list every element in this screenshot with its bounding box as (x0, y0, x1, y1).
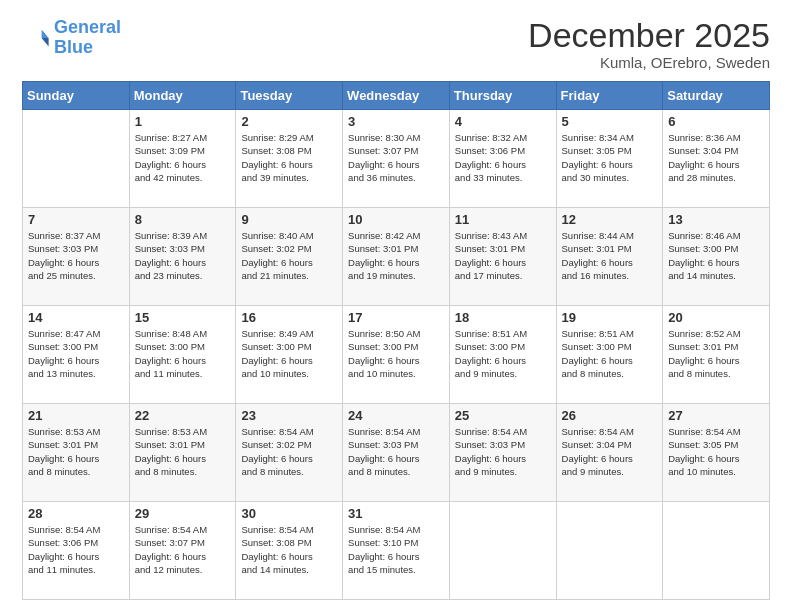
cell-sun-info: Sunrise: 8:54 AM Sunset: 3:03 PM Dayligh… (348, 425, 444, 478)
location: Kumla, OErebro, Sweden (528, 54, 770, 71)
cell-sun-info: Sunrise: 8:54 AM Sunset: 3:05 PM Dayligh… (668, 425, 764, 478)
cell-sun-info: Sunrise: 8:29 AM Sunset: 3:08 PM Dayligh… (241, 131, 337, 184)
calendar-week-5: 28Sunrise: 8:54 AM Sunset: 3:06 PM Dayli… (23, 502, 770, 600)
logo-text: General Blue (54, 18, 121, 58)
day-number: 19 (562, 310, 658, 325)
calendar-cell: 29Sunrise: 8:54 AM Sunset: 3:07 PM Dayli… (129, 502, 236, 600)
day-number: 15 (135, 310, 231, 325)
weekday-header-wednesday: Wednesday (343, 82, 450, 110)
cell-sun-info: Sunrise: 8:54 AM Sunset: 3:03 PM Dayligh… (455, 425, 551, 478)
cell-sun-info: Sunrise: 8:49 AM Sunset: 3:00 PM Dayligh… (241, 327, 337, 380)
header: General Blue December 2025 Kumla, OErebr… (22, 18, 770, 71)
cell-sun-info: Sunrise: 8:52 AM Sunset: 3:01 PM Dayligh… (668, 327, 764, 380)
calendar-cell: 8Sunrise: 8:39 AM Sunset: 3:03 PM Daylig… (129, 208, 236, 306)
weekday-header-thursday: Thursday (449, 82, 556, 110)
calendar-cell (23, 110, 130, 208)
cell-sun-info: Sunrise: 8:43 AM Sunset: 3:01 PM Dayligh… (455, 229, 551, 282)
day-number: 30 (241, 506, 337, 521)
cell-sun-info: Sunrise: 8:32 AM Sunset: 3:06 PM Dayligh… (455, 131, 551, 184)
cell-sun-info: Sunrise: 8:53 AM Sunset: 3:01 PM Dayligh… (28, 425, 124, 478)
calendar-cell: 16Sunrise: 8:49 AM Sunset: 3:00 PM Dayli… (236, 306, 343, 404)
day-number: 5 (562, 114, 658, 129)
cell-sun-info: Sunrise: 8:54 AM Sunset: 3:02 PM Dayligh… (241, 425, 337, 478)
day-number: 26 (562, 408, 658, 423)
calendar-cell: 9Sunrise: 8:40 AM Sunset: 3:02 PM Daylig… (236, 208, 343, 306)
cell-sun-info: Sunrise: 8:54 AM Sunset: 3:04 PM Dayligh… (562, 425, 658, 478)
calendar-cell: 26Sunrise: 8:54 AM Sunset: 3:04 PM Dayli… (556, 404, 663, 502)
calendar-table: SundayMondayTuesdayWednesdayThursdayFrid… (22, 81, 770, 600)
logo-icon (22, 24, 50, 52)
cell-sun-info: Sunrise: 8:48 AM Sunset: 3:00 PM Dayligh… (135, 327, 231, 380)
day-number: 12 (562, 212, 658, 227)
cell-sun-info: Sunrise: 8:54 AM Sunset: 3:06 PM Dayligh… (28, 523, 124, 576)
calendar-week-2: 7Sunrise: 8:37 AM Sunset: 3:03 PM Daylig… (23, 208, 770, 306)
cell-sun-info: Sunrise: 8:54 AM Sunset: 3:07 PM Dayligh… (135, 523, 231, 576)
calendar-cell: 5Sunrise: 8:34 AM Sunset: 3:05 PM Daylig… (556, 110, 663, 208)
calendar-cell: 2Sunrise: 8:29 AM Sunset: 3:08 PM Daylig… (236, 110, 343, 208)
calendar-cell: 6Sunrise: 8:36 AM Sunset: 3:04 PM Daylig… (663, 110, 770, 208)
calendar-cell: 24Sunrise: 8:54 AM Sunset: 3:03 PM Dayli… (343, 404, 450, 502)
cell-sun-info: Sunrise: 8:54 AM Sunset: 3:10 PM Dayligh… (348, 523, 444, 576)
cell-sun-info: Sunrise: 8:50 AM Sunset: 3:00 PM Dayligh… (348, 327, 444, 380)
calendar-cell: 27Sunrise: 8:54 AM Sunset: 3:05 PM Dayli… (663, 404, 770, 502)
calendar-cell: 13Sunrise: 8:46 AM Sunset: 3:00 PM Dayli… (663, 208, 770, 306)
svg-marker-0 (42, 29, 49, 37)
calendar-cell: 31Sunrise: 8:54 AM Sunset: 3:10 PM Dayli… (343, 502, 450, 600)
calendar-cell: 19Sunrise: 8:51 AM Sunset: 3:00 PM Dayli… (556, 306, 663, 404)
logo-general: General (54, 17, 121, 37)
cell-sun-info: Sunrise: 8:37 AM Sunset: 3:03 PM Dayligh… (28, 229, 124, 282)
cell-sun-info: Sunrise: 8:34 AM Sunset: 3:05 PM Dayligh… (562, 131, 658, 184)
calendar-week-4: 21Sunrise: 8:53 AM Sunset: 3:01 PM Dayli… (23, 404, 770, 502)
page: General Blue December 2025 Kumla, OErebr… (0, 0, 792, 612)
svg-marker-1 (42, 38, 49, 46)
day-number: 25 (455, 408, 551, 423)
calendar-cell: 17Sunrise: 8:50 AM Sunset: 3:00 PM Dayli… (343, 306, 450, 404)
day-number: 9 (241, 212, 337, 227)
day-number: 16 (241, 310, 337, 325)
day-number: 2 (241, 114, 337, 129)
day-number: 11 (455, 212, 551, 227)
calendar-cell: 12Sunrise: 8:44 AM Sunset: 3:01 PM Dayli… (556, 208, 663, 306)
day-number: 20 (668, 310, 764, 325)
calendar-header-row: SundayMondayTuesdayWednesdayThursdayFrid… (23, 82, 770, 110)
calendar-cell: 14Sunrise: 8:47 AM Sunset: 3:00 PM Dayli… (23, 306, 130, 404)
calendar-cell: 3Sunrise: 8:30 AM Sunset: 3:07 PM Daylig… (343, 110, 450, 208)
day-number: 27 (668, 408, 764, 423)
cell-sun-info: Sunrise: 8:42 AM Sunset: 3:01 PM Dayligh… (348, 229, 444, 282)
day-number: 10 (348, 212, 444, 227)
calendar-cell: 18Sunrise: 8:51 AM Sunset: 3:00 PM Dayli… (449, 306, 556, 404)
calendar-cell (663, 502, 770, 600)
calendar-cell (556, 502, 663, 600)
calendar-cell (449, 502, 556, 600)
day-number: 8 (135, 212, 231, 227)
day-number: 22 (135, 408, 231, 423)
calendar-week-1: 1Sunrise: 8:27 AM Sunset: 3:09 PM Daylig… (23, 110, 770, 208)
cell-sun-info: Sunrise: 8:51 AM Sunset: 3:00 PM Dayligh… (562, 327, 658, 380)
weekday-header-tuesday: Tuesday (236, 82, 343, 110)
calendar-cell: 10Sunrise: 8:42 AM Sunset: 3:01 PM Dayli… (343, 208, 450, 306)
calendar-cell: 7Sunrise: 8:37 AM Sunset: 3:03 PM Daylig… (23, 208, 130, 306)
title-block: December 2025 Kumla, OErebro, Sweden (528, 18, 770, 71)
calendar-cell: 30Sunrise: 8:54 AM Sunset: 3:08 PM Dayli… (236, 502, 343, 600)
day-number: 28 (28, 506, 124, 521)
day-number: 24 (348, 408, 444, 423)
cell-sun-info: Sunrise: 8:27 AM Sunset: 3:09 PM Dayligh… (135, 131, 231, 184)
month-title: December 2025 (528, 18, 770, 52)
day-number: 6 (668, 114, 764, 129)
day-number: 21 (28, 408, 124, 423)
calendar-cell: 15Sunrise: 8:48 AM Sunset: 3:00 PM Dayli… (129, 306, 236, 404)
calendar-cell: 23Sunrise: 8:54 AM Sunset: 3:02 PM Dayli… (236, 404, 343, 502)
day-number: 3 (348, 114, 444, 129)
calendar-cell: 1Sunrise: 8:27 AM Sunset: 3:09 PM Daylig… (129, 110, 236, 208)
calendar-cell: 4Sunrise: 8:32 AM Sunset: 3:06 PM Daylig… (449, 110, 556, 208)
calendar-cell: 25Sunrise: 8:54 AM Sunset: 3:03 PM Dayli… (449, 404, 556, 502)
calendar-cell: 28Sunrise: 8:54 AM Sunset: 3:06 PM Dayli… (23, 502, 130, 600)
weekday-header-sunday: Sunday (23, 82, 130, 110)
cell-sun-info: Sunrise: 8:36 AM Sunset: 3:04 PM Dayligh… (668, 131, 764, 184)
calendar-cell: 21Sunrise: 8:53 AM Sunset: 3:01 PM Dayli… (23, 404, 130, 502)
day-number: 14 (28, 310, 124, 325)
cell-sun-info: Sunrise: 8:30 AM Sunset: 3:07 PM Dayligh… (348, 131, 444, 184)
cell-sun-info: Sunrise: 8:54 AM Sunset: 3:08 PM Dayligh… (241, 523, 337, 576)
cell-sun-info: Sunrise: 8:47 AM Sunset: 3:00 PM Dayligh… (28, 327, 124, 380)
cell-sun-info: Sunrise: 8:40 AM Sunset: 3:02 PM Dayligh… (241, 229, 337, 282)
